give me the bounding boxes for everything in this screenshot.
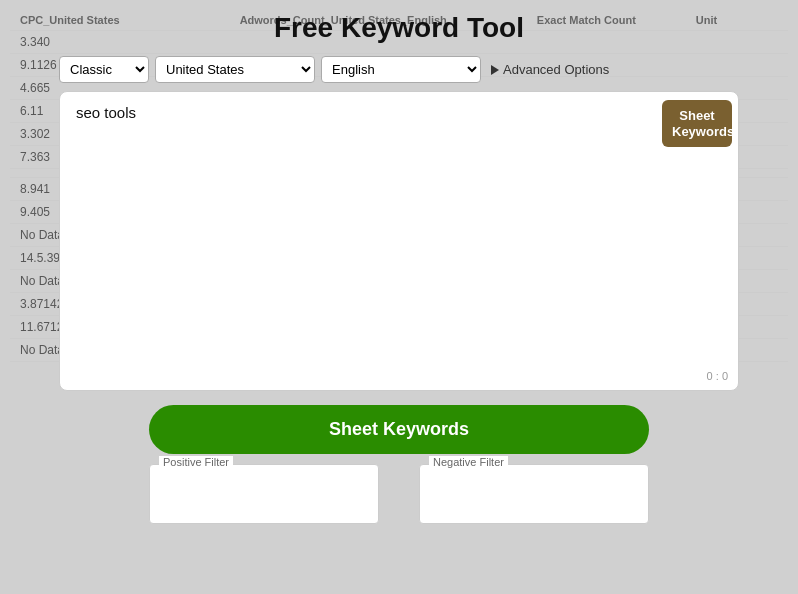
positive-filter-input[interactable] [149,464,379,524]
advanced-options-button[interactable]: Advanced Options [491,62,609,77]
positive-filter-label: Positive Filter [159,456,233,468]
toolbar: Classic United States English Advanced O… [59,52,739,87]
filter-row: Positive Filter Negative Filter [149,464,649,528]
negative-filter-box: Negative Filter [419,464,649,528]
char-count: 0 : 0 [707,370,728,382]
keyword-input[interactable]: seo tools [76,104,688,374]
overlay-panel: Free Keyword Tool Classic United States … [0,0,798,594]
mode-select[interactable]: Classic [59,56,149,83]
page-title: Free Keyword Tool [0,0,798,52]
input-panel: seo tools X Sheet Keywords 0 : 0 [59,91,739,391]
positive-filter-box: Positive Filter [149,464,379,528]
negative-filter-input[interactable] [419,464,649,524]
advanced-options-label: Advanced Options [503,62,609,77]
country-select[interactable]: United States [155,56,315,83]
negative-filter-label: Negative Filter [429,456,508,468]
language-select[interactable]: English [321,56,481,83]
arrow-right-icon [491,65,499,75]
sheet-keywords-small-button[interactable]: Sheet Keywords [662,100,732,147]
sheet-keywords-main-button[interactable]: Sheet Keywords [149,405,649,454]
